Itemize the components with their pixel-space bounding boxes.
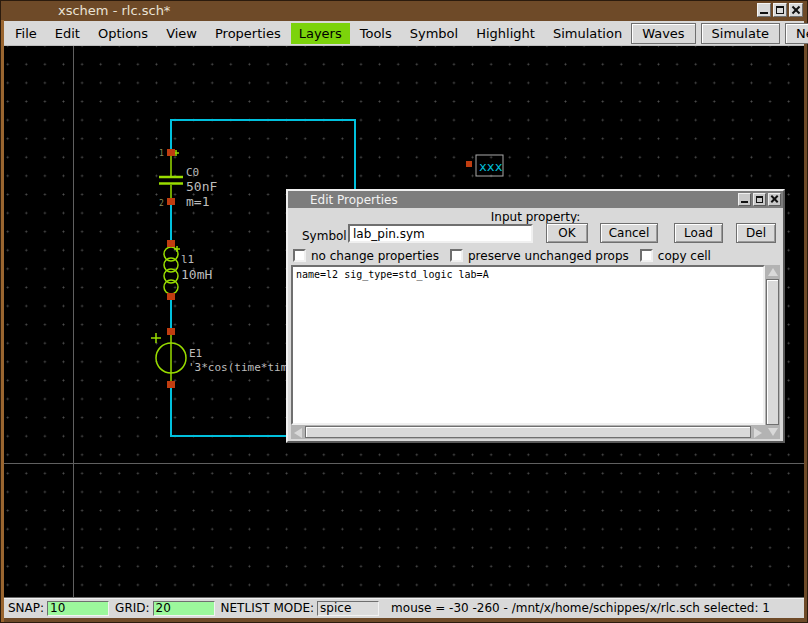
dialog-close-icon[interactable]	[768, 193, 781, 206]
pin-square	[167, 149, 175, 156]
pin-square	[167, 328, 175, 335]
snap-label: SNAP:	[8, 601, 44, 615]
copy-cell-checkbox[interactable]	[640, 249, 653, 262]
maximize-icon[interactable]	[773, 3, 787, 17]
capacitor-ref: C0	[186, 166, 199, 179]
input-property-label: Input property:	[288, 210, 783, 224]
property-textarea[interactable]: name=l2 sig_type=std_logic lab=A	[291, 265, 765, 425]
coil-loop	[164, 258, 178, 272]
no-change-properties-checkbox[interactable]	[293, 249, 306, 262]
menu-tools[interactable]: Tools	[352, 23, 400, 44]
netlist-mode-label: NETLIST MODE:	[221, 601, 315, 615]
vertical-scrollbar[interactable]	[765, 265, 780, 439]
schematic-canvas[interactable]: 1 2 C0 50nF m=1 l1 10mH	[4, 46, 804, 597]
pin-square	[167, 293, 175, 300]
menu-options[interactable]: Options	[90, 23, 156, 44]
pin-number: 1	[159, 149, 164, 158]
dialog-titlebar[interactable]: Edit Properties	[288, 191, 783, 208]
menu-properties[interactable]: Properties	[207, 23, 289, 44]
symbol-label: Symbol	[302, 229, 347, 243]
inductor-labels: l1 10mH	[181, 253, 212, 282]
menu-edit[interactable]: Edit	[47, 23, 88, 44]
waves-button[interactable]: Waves	[631, 23, 695, 44]
horizontal-scrollbar[interactable]	[291, 425, 765, 439]
inductor-ref: l1	[181, 253, 194, 266]
statusbar: SNAP: GRID: NETLIST MODE: mouse = -30 -2…	[4, 597, 804, 618]
window-controls	[757, 3, 803, 17]
pin-square	[167, 198, 175, 205]
component-inductor[interactable]	[164, 240, 180, 300]
symbol-input[interactable]	[348, 224, 533, 243]
menu-layers[interactable]: Layers	[291, 23, 350, 44]
window-titlebar[interactable]: xschem - rlc.sch*	[0, 0, 808, 21]
window-title: xschem - rlc.sch*	[58, 3, 170, 18]
source-ref: E1	[189, 347, 202, 360]
component-source[interactable]	[151, 328, 186, 388]
menu-highlight[interactable]: Highlight	[468, 23, 543, 44]
menubar: File Edit Options View Properties Layers…	[4, 21, 804, 46]
edit-properties-dialog: Edit Properties Input property: Symbol O…	[286, 189, 785, 443]
mouse-status-text: mouse = -30 -260 - /mnt/x/home/schippes/…	[391, 601, 770, 615]
coil-loop	[164, 269, 178, 283]
inductor-value: 10mH	[181, 267, 212, 282]
ok-button[interactable]: OK	[546, 223, 588, 243]
preserve-unchanged-props-checkbox[interactable]	[450, 249, 463, 262]
copy-cell-label: copy cell	[658, 249, 711, 263]
del-button[interactable]: Del	[736, 223, 776, 243]
menu-simulation[interactable]: Simulation	[545, 23, 630, 44]
net-label-text: xxx	[479, 159, 503, 174]
no-change-properties-label: no change properties	[311, 249, 439, 263]
xschem-window: xschem - rlc.sch* File Edit Options View…	[0, 0, 808, 623]
dialog-controls	[738, 193, 781, 206]
minimize-icon[interactable]	[757, 3, 771, 17]
coil-loop	[164, 280, 178, 294]
checkbox-row: no change properties preserve unchanged …	[293, 248, 722, 263]
grid-label: GRID:	[115, 601, 149, 615]
simulate-button[interactable]: Simulate	[701, 23, 780, 44]
dialog-minimize-icon[interactable]	[738, 193, 751, 206]
capacitor-attr: m=1	[186, 194, 209, 209]
horizontal-scrollbar-thumb[interactable]	[305, 426, 751, 438]
scroll-up-icon[interactable]	[766, 265, 779, 279]
scroll-right-icon[interactable]	[751, 426, 765, 438]
cancel-button[interactable]: Cancel	[600, 223, 658, 243]
netlist-mode-input[interactable]	[317, 601, 379, 616]
dialog-maximize-icon[interactable]	[753, 193, 766, 206]
close-icon[interactable]	[789, 3, 803, 17]
capacitor-value: 50nF	[186, 179, 217, 194]
menu-symbol[interactable]: Symbol	[402, 23, 466, 44]
pin-square	[167, 240, 175, 247]
preserve-unchanged-props-label: preserve unchanged props	[468, 249, 629, 263]
pin-square	[466, 161, 472, 167]
netlist-button[interactable]: Netlist	[785, 23, 808, 44]
scroll-down-icon[interactable]	[766, 425, 779, 439]
pin-square	[167, 381, 175, 388]
grid-input[interactable]	[153, 601, 215, 616]
menu-view[interactable]: View	[158, 23, 205, 44]
net-label[interactable]: xxx	[466, 155, 503, 176]
wire-bottom[interactable]	[171, 388, 294, 436]
pin-number: 2	[159, 199, 164, 208]
vertical-scrollbar-thumb[interactable]	[766, 279, 779, 425]
property-text-region: name=l2 sig_type=std_logic lab=A	[291, 265, 780, 439]
menu-file[interactable]: File	[7, 23, 45, 44]
dialog-title: Edit Properties	[310, 193, 398, 207]
load-button[interactable]: Load	[674, 223, 723, 243]
snap-input[interactable]	[47, 601, 109, 616]
polarity-plus-icon	[151, 333, 161, 343]
scroll-left-icon[interactable]	[291, 426, 305, 438]
